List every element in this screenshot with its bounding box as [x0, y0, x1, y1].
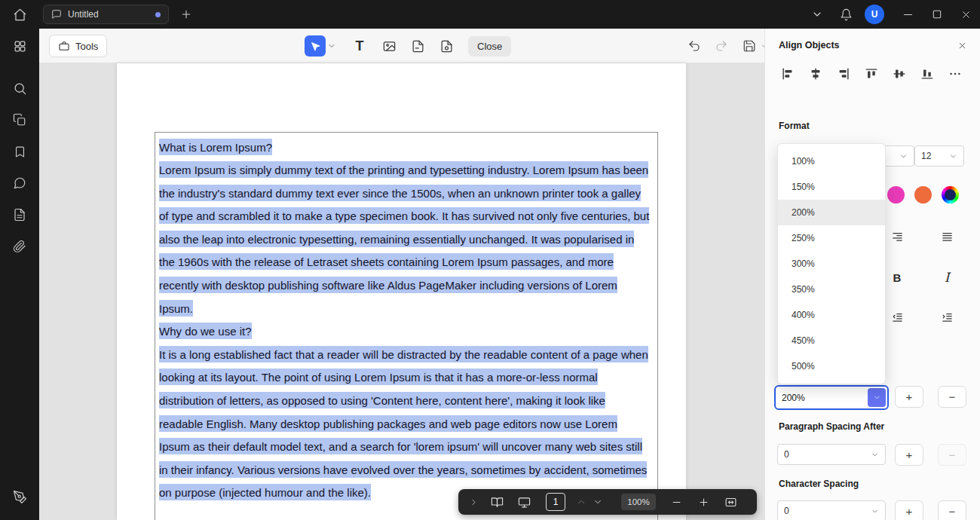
line-spacing-option[interactable]: 150%	[778, 174, 885, 200]
image-tool-button[interactable]	[378, 35, 400, 57]
paragraph-spacing-label: Paragraph Spacing After	[779, 421, 884, 432]
alignment-buttons-row	[778, 64, 965, 84]
bold-button[interactable]: B	[887, 267, 908, 288]
line-spacing-option[interactable]: 250%	[778, 225, 885, 251]
align-right-button[interactable]	[834, 64, 853, 84]
view-status-bar: 1 100%	[458, 489, 757, 515]
minimize-button[interactable]	[897, 0, 918, 29]
page-thumbnails-icon[interactable]	[0, 104, 39, 136]
page-number-input[interactable]: 1	[546, 493, 565, 511]
expand-chevron-icon[interactable]	[467, 497, 479, 507]
format-section-label: Format	[779, 121, 810, 131]
undo-icon[interactable]	[684, 35, 705, 57]
character-spacing-increase-button[interactable]: +	[895, 500, 923, 520]
selected-text-box[interactable]: What is Lorem Ipsum? Lorem Ipsum is simp…	[155, 132, 658, 520]
color-picker-swatch[interactable]	[942, 186, 959, 203]
character-spacing-label: Character Spacing	[779, 479, 859, 489]
indent-decrease-icon[interactable]	[887, 307, 908, 328]
save-icon[interactable]	[739, 35, 760, 57]
previous-page-icon[interactable]	[574, 497, 588, 507]
presentation-mode-icon[interactable]	[516, 496, 532, 509]
align-text-right-icon[interactable]	[887, 226, 908, 247]
close-label: Close	[477, 41, 502, 52]
home-icon[interactable]	[9, 0, 30, 29]
character-spacing-value: 0	[784, 506, 789, 516]
character-spacing-dropdown[interactable]: 0	[777, 500, 886, 520]
align-top-button[interactable]	[862, 64, 881, 84]
sign-tool-button[interactable]	[435, 35, 458, 57]
pink-color-swatch[interactable]	[887, 186, 905, 203]
maximize-button[interactable]	[926, 0, 948, 29]
font-size-dropdown[interactable]: 12	[914, 145, 964, 167]
align-center-horizontal-button[interactable]	[806, 64, 825, 84]
user-avatar[interactable]: U	[865, 5, 884, 24]
pdf-editor-app: Untitled U	[0, 0, 980, 520]
main-toolbar: Tools T Close	[39, 29, 764, 63]
fit-width-icon[interactable]	[722, 496, 739, 509]
notification-bell-icon[interactable]	[835, 0, 856, 29]
line-spacing-option[interactable]: 400%	[778, 302, 885, 328]
text-tool-button[interactable]: T	[348, 35, 371, 57]
line-spacing-option-selected[interactable]: 200%	[778, 200, 885, 225]
read-mode-icon[interactable]	[488, 496, 505, 509]
comments-icon[interactable]	[0, 167, 39, 199]
justify-text-icon[interactable]	[936, 226, 957, 247]
more-alignment-options-icon[interactable]	[945, 64, 965, 84]
select-tool-chevron-icon[interactable]	[326, 35, 338, 57]
line-spacing-option[interactable]: 350%	[778, 277, 885, 302]
italic-button[interactable]: I	[936, 267, 957, 288]
font-size-value: 12	[921, 151, 931, 161]
select-tool-button[interactable]	[305, 35, 326, 57]
search-icon[interactable]	[0, 72, 39, 104]
line-spacing-option[interactable]: 450%	[778, 328, 885, 353]
line-spacing-option[interactable]: 100%	[778, 148, 885, 174]
attachments-icon[interactable]	[0, 231, 39, 262]
close-window-button[interactable]	[955, 0, 976, 29]
pdf-page[interactable]: What is Lorem Ipsum? Lorem Ipsum is simp…	[117, 63, 686, 520]
pen-tool-icon[interactable]	[0, 481, 39, 512]
redo-icon[interactable]	[711, 35, 732, 57]
line-spacing-option[interactable]: 500%	[778, 353, 885, 379]
paragraph-spacing-value: 0	[784, 449, 789, 460]
paragraph-spacing-decrease-button[interactable]: −	[938, 444, 966, 466]
document-canvas: What is Lorem Ipsum? Lorem Ipsum is simp…	[39, 63, 764, 520]
doc-paragraph-2: It is a long established fact that a rea…	[159, 343, 651, 504]
unsaved-indicator-dot	[155, 12, 161, 17]
font-color-swatches	[887, 186, 959, 203]
panel-close-icon[interactable]	[954, 38, 969, 53]
paragraph-spacing-dropdown[interactable]: 0	[777, 444, 886, 465]
line-spacing-input[interactable]: 200%	[774, 385, 889, 410]
paragraph-spacing-increase-button[interactable]: +	[895, 444, 923, 466]
doc-paragraph-1: Lorem Ipsum is simply dummy text of the …	[159, 159, 651, 320]
next-page-icon[interactable]	[591, 497, 605, 507]
doc-heading-2: Why do we use it?	[159, 320, 651, 344]
bookmarks-icon[interactable]	[0, 136, 39, 167]
line-spacing-increase-button[interactable]: +	[895, 386, 923, 408]
line-spacing-option[interactable]: 300%	[778, 251, 885, 277]
line-spacing-dropdown-toggle[interactable]	[868, 388, 886, 407]
line-spacing-decrease-button[interactable]: −	[938, 386, 966, 408]
tab-chat-icon	[51, 9, 62, 20]
align-middle-vertical-button[interactable]	[890, 64, 909, 84]
apps-grid-icon[interactable]	[0, 29, 39, 63]
align-left-button[interactable]	[778, 64, 798, 84]
left-sidebar	[0, 29, 39, 520]
document-tab[interactable]: Untitled	[43, 5, 169, 24]
zoom-in-icon[interactable]	[695, 497, 712, 508]
form-tool-button[interactable]	[406, 35, 429, 57]
tab-title: Untitled	[68, 9, 99, 20]
panel-title: Align Objects	[779, 40, 840, 50]
indent-increase-icon[interactable]	[936, 307, 957, 328]
zoom-level-display[interactable]: 100%	[621, 494, 656, 510]
line-spacing-value: 200%	[776, 393, 868, 403]
new-tab-button[interactable]	[176, 0, 197, 29]
character-spacing-decrease-button[interactable]: −	[938, 500, 966, 520]
quick-tools-group: T Close	[305, 35, 511, 57]
zoom-out-icon[interactable]	[668, 497, 684, 508]
close-tool-button[interactable]: Close	[468, 36, 511, 57]
document-outline-icon[interactable]	[0, 199, 39, 231]
orange-color-swatch[interactable]	[914, 186, 932, 203]
tools-button[interactable]: Tools	[49, 35, 107, 57]
align-bottom-button[interactable]	[917, 64, 937, 84]
collapse-chevron-icon[interactable]	[807, 0, 828, 29]
